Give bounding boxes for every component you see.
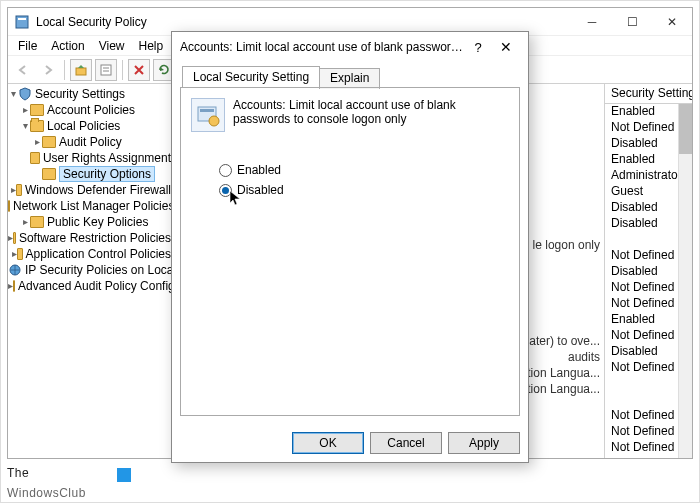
svg-point-10	[209, 116, 219, 126]
folder-icon	[30, 216, 44, 228]
watermark-logo-icon	[117, 468, 131, 482]
tree-item-label: Network List Manager Policies	[13, 199, 174, 213]
radio-enabled-label: Enabled	[237, 163, 281, 177]
tree-item-label: Audit Policy	[59, 135, 122, 149]
tree-item[interactable]: ▸Software Restriction Policies	[8, 230, 175, 246]
radio-enabled[interactable]	[219, 164, 232, 177]
folder-icon	[30, 104, 44, 116]
folder-icon	[17, 248, 23, 260]
policy-row-fragment[interactable]: nition Langua...	[518, 382, 600, 396]
policy-row-fragment[interactable]: nition Langua...	[518, 366, 600, 380]
tree-root-label: Security Settings	[35, 87, 125, 101]
forward-button	[37, 59, 59, 81]
delete-button[interactable]	[128, 59, 150, 81]
watermark-line1: The	[7, 466, 29, 480]
tree-item[interactable]: ▾Local Policies	[8, 118, 175, 134]
properties-dialog: Accounts: Limit local account use of bla…	[171, 31, 529, 463]
menu-action[interactable]: Action	[45, 37, 90, 55]
tree-item-label: Security Options	[59, 166, 155, 182]
tree-item[interactable]: ▸Account Policies	[8, 102, 175, 118]
tree-item[interactable]: User Rights Assignment	[8, 150, 175, 166]
folder-icon	[42, 136, 56, 148]
tree-root[interactable]: ▾ Security Settings	[8, 86, 175, 102]
tree-twisty[interactable]: ▸	[20, 217, 30, 227]
tree-item-label: Windows Defender Firewall	[25, 183, 171, 197]
tree-view[interactable]: ▾ Security Settings ▸Account Policies▾Lo…	[8, 84, 176, 458]
tree-item[interactable]: ▸Audit Policy	[8, 134, 175, 150]
dialog-title: Accounts: Limit local account use of bla…	[180, 40, 464, 54]
radio-disabled[interactable]	[219, 184, 232, 197]
policy-icon	[191, 98, 225, 132]
radio-disabled-row[interactable]: Disabled	[219, 180, 509, 200]
svg-rect-2	[76, 68, 86, 75]
svg-rect-9	[200, 109, 214, 112]
maximize-button[interactable]: ☐	[612, 8, 652, 36]
tree-item-label: Local Policies	[47, 119, 120, 133]
tree-twisty[interactable]: ▸	[20, 105, 30, 115]
svg-rect-0	[16, 16, 28, 28]
folder-icon	[30, 120, 44, 132]
up-button[interactable]	[70, 59, 92, 81]
watermark: The WindowsClub	[7, 460, 86, 500]
tab-local-security-setting[interactable]: Local Security Setting	[182, 66, 320, 87]
help-button[interactable]: ?	[464, 40, 492, 55]
cancel-button[interactable]: Cancel	[370, 432, 442, 454]
tree-item-label: Software Restriction Policies	[19, 231, 171, 245]
tree-item[interactable]: ▸Application Control Policies	[8, 246, 175, 262]
svg-rect-3	[101, 65, 111, 75]
menu-view[interactable]: View	[93, 37, 131, 55]
folder-icon	[13, 232, 15, 244]
tree-item-label: Advanced Audit Policy Configuration	[18, 279, 176, 293]
folder-icon	[30, 152, 40, 164]
tree-item-label: Application Control Policies	[26, 247, 171, 261]
radio-disabled-label: Disabled	[237, 183, 284, 197]
policy-row-fragment[interactable]: le logon only	[533, 238, 600, 252]
menu-file[interactable]: File	[12, 37, 43, 55]
tree-twisty[interactable]: ▾	[20, 121, 30, 131]
svg-rect-1	[18, 18, 26, 20]
tree-item[interactable]: ▸Windows Defender Firewall	[8, 182, 175, 198]
ok-button[interactable]: OK	[292, 432, 364, 454]
tab-explain[interactable]: Explain	[319, 68, 380, 89]
tree-item[interactable]: ▸Advanced Audit Policy Configuration	[8, 278, 175, 294]
dialog-tabs: Local Security Setting Explain	[180, 66, 520, 87]
folder-icon	[42, 168, 56, 180]
shield-icon	[18, 87, 32, 101]
watermark-line2: WindowsClub	[7, 486, 86, 500]
tree-item[interactable]: Network List Manager Policies	[8, 198, 175, 214]
scrollbar-thumb[interactable]	[679, 104, 692, 154]
apply-button[interactable]: Apply	[448, 432, 520, 454]
tree-item[interactable]: Security Options	[8, 166, 175, 182]
policy-row-fragment[interactable]: r later) to ove...	[519, 334, 600, 348]
tree-item-label: IP Security Policies on Local	[25, 263, 176, 277]
dialog-titlebar[interactable]: Accounts: Limit local account use of bla…	[172, 32, 528, 62]
folder-icon	[16, 184, 21, 196]
folder-icon	[13, 280, 15, 292]
menu-help[interactable]: Help	[133, 37, 170, 55]
window-title: Local Security Policy	[36, 15, 572, 29]
tree-item[interactable]: ▸Public Key Policies	[8, 214, 175, 230]
properties-button[interactable]	[95, 59, 117, 81]
minimize-button[interactable]: ─	[572, 8, 612, 36]
folder-icon	[8, 200, 10, 212]
tree-item-label: User Rights Assignment	[43, 151, 171, 165]
vertical-scrollbar[interactable]	[678, 104, 692, 458]
app-icon	[14, 14, 30, 30]
tree-item[interactable]: IP Security Policies on Local	[8, 262, 175, 278]
column-header[interactable]: Security Setting	[605, 84, 692, 104]
close-button[interactable]: ✕	[652, 8, 692, 36]
dialog-close-button[interactable]: ✕	[492, 39, 520, 55]
tree-item-label: Account Policies	[47, 103, 135, 117]
policy-row-fragment[interactable]: audits	[568, 350, 600, 364]
ipsec-icon	[8, 263, 22, 277]
radio-enabled-row[interactable]: Enabled	[219, 160, 509, 180]
security-setting-column: Security Setting EnabledNot DefinedDisab…	[604, 84, 692, 458]
tree-item-label: Public Key Policies	[47, 215, 148, 229]
tab-page: Accounts: Limit local account use of bla…	[180, 87, 520, 416]
back-button	[12, 59, 34, 81]
policy-description: Accounts: Limit local account use of bla…	[233, 98, 509, 132]
tree-twisty[interactable]: ▸	[32, 137, 42, 147]
